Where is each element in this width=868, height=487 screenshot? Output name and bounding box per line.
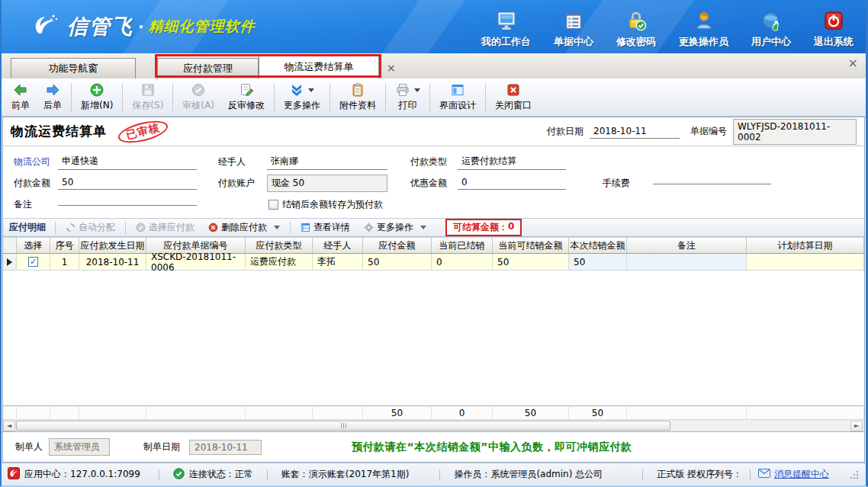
remark-field[interactable] [58,203,197,206]
prev-doc-button[interactable]: 前单 [5,81,37,114]
col-header-plan-date[interactable]: 计划结算日期 [747,237,864,254]
nav-switch-operator[interactable]: 更换操作员 [679,10,728,49]
nav-exit-system[interactable]: 退出系统 [814,10,854,49]
cell-this-settle[interactable]: 50 [569,254,627,271]
app-center-text: 应用中心：127.0.0.1:7099 [24,468,140,481]
header-streak [366,0,476,53]
button-label: 删除应付款 [221,221,267,234]
settleable-label: 可结算金额： [453,221,508,234]
panel-footer: 制单人 系统管理员 制单日期 2018-10-11 预付款请在“本次结销金额”中… [3,431,864,462]
scrollbar-thumb[interactable] [16,421,670,431]
add-new-button[interactable]: 新增(N) [74,81,120,114]
unaudit-edit-button[interactable]: 反审修改 [221,81,272,114]
doc-no-field: WLYFJSD-20181011-0002 [733,119,857,145]
nav-label: 用户中心 [751,35,791,49]
audit-button[interactable]: 审核(A) [175,81,221,114]
next-doc-button[interactable]: 后单 [37,81,69,114]
pay-account-field[interactable]: 现金 50 [267,175,387,192]
exit-power-icon [822,10,845,34]
form-fields: 物流公司 申通快递 经手人 张南娜 付款类型 运费付款结算 付款金额 50 付款… [3,146,864,218]
cell-settled: 0 [432,254,493,271]
handler-field[interactable]: 张南娜 [267,154,387,170]
fee-field[interactable] [653,181,771,184]
settleable-value: 0 [508,221,514,234]
tab-close-icon[interactable]: × [387,63,396,72]
col-header-seq[interactable]: 序号 [50,237,79,254]
totals-cell [79,406,146,419]
nav-change-password[interactable]: 修改密码 [616,10,656,49]
pay-date-field[interactable]: 2018-10-11 [590,125,680,139]
message-center-link[interactable]: 消息提醒中心 [774,468,829,481]
more-actions-button[interactable]: 更多操作 [277,81,327,114]
attachment-button[interactable]: 附件资料 [333,81,383,114]
discount-field[interactable]: 0 [458,176,566,190]
tab-freight-settlement[interactable]: 物流运费结算单 [259,55,379,78]
transfer-prepay-checkbox[interactable]: 结销后余额转存为预付款 [268,198,383,211]
cell-plan-date[interactable] [747,254,864,271]
scroll-right-arrow-icon[interactable]: ► [850,421,863,431]
detail-more-actions-button[interactable]: 更多操作 [358,220,432,235]
app-logo-small-icon [8,467,20,482]
nav-document-center[interactable]: 单据中心 [554,10,593,49]
tabstrip-close-icon[interactable]: × [848,58,858,69]
button-label: 更多操作 [284,99,320,112]
document-title-row: 物流运费结算单 已审核 付款日期 2018-10-11 单据编号 WLYFJSD… [3,117,864,146]
pay-type-label: 付款类型 [410,155,458,168]
print-button[interactable]: 打印 [388,81,427,114]
select-payable-button[interactable]: 选择应付款 [130,220,200,235]
horizontal-scrollbar[interactable]: ◄ ► [3,419,864,431]
col-header-settled[interactable]: 当前已结销 [432,237,493,254]
toolbar: 前单 后单 新增(N) 保存(S) 审核(A) 反审修改 更多操作 [2,78,866,117]
detail-separator [125,222,126,234]
button-label: 审核(A) [182,99,214,112]
logistics-company-field[interactable]: 申通快递 [58,154,197,170]
auto-assign-icon [66,223,76,232]
save-button[interactable]: 保存(S) [125,81,170,114]
detail-separator [290,222,291,234]
dropdown-arrow-icon [420,226,426,229]
col-header-handler[interactable]: 经手人 [313,237,363,254]
col-header-type[interactable]: 应付款类型 [246,237,313,254]
button-label: 更多操作 [377,221,413,234]
document-title: 物流运费结算单 [11,123,107,140]
tab-function-navigator[interactable]: 功能导航窗 [11,58,136,78]
prepay-tip-text: 预付款请在“本次结销金额”中输入负数，即可冲销应付款 [352,441,632,454]
close-window-icon [506,82,521,98]
cell-handler: 李拓 [313,254,363,271]
user-center-globe-icon [760,10,783,34]
pay-type-field[interactable]: 运费付款结算 [458,154,566,170]
col-header-payable[interactable]: 应付金额 [363,237,432,254]
view-detail-button[interactable]: 查看详情 [295,220,355,235]
license-text: 正式版 授权序列号： [657,468,742,481]
close-window-button[interactable]: 关闭窗口 [488,81,538,114]
status-separator [267,469,268,480]
maker-label: 制单人 [15,441,43,453]
ui-design-button[interactable]: 界面设计 [432,81,483,114]
cell-remark[interactable] [627,254,747,271]
toolbar-separator [172,83,173,112]
col-header-select[interactable]: 选择 [17,237,50,254]
password-lock-icon [625,10,648,34]
auto-assign-button[interactable]: 自动分配 [60,220,121,235]
doc-no-label: 单据编号 [690,125,727,138]
col-header-settleable[interactable]: 当前可结销金额 [493,237,569,254]
nav-my-workbench[interactable]: 我的工作台 [481,10,531,49]
col-header-remark[interactable]: 备注 [627,237,747,254]
pay-amount-field[interactable]: 50 [58,176,197,190]
scroll-left-arrow-icon[interactable]: ◄ [3,421,15,431]
delete-payable-button[interactable]: 删除应付款 [203,220,285,235]
checked-checkbox-icon[interactable]: ✓ [28,257,38,267]
connection-ok-icon [173,468,185,482]
resize-grip[interactable] [850,471,860,479]
row-selector-cell[interactable] [3,254,17,271]
button-label: 附件资料 [339,99,376,112]
tab-payables-management[interactable]: 应付款管理 [157,58,259,78]
totals-cell [627,406,747,419]
logistics-company-label[interactable]: 物流公司 [14,155,58,168]
row-select-cell[interactable]: ✓ [17,254,50,271]
nav-user-center[interactable]: 用户中心 [751,10,791,49]
col-header-date[interactable]: 应付款发生日期 [79,237,146,254]
status-separator [439,469,440,480]
grid-data-row[interactable]: ✓ 1 2018-10-11 XSCKD-20181011-0006 运费应付款… [3,254,864,271]
col-header-this-settle[interactable]: 本次结销金额 [569,237,627,254]
